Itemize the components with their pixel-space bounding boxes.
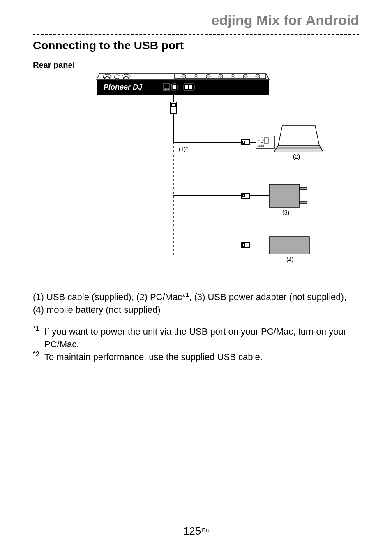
section-title: Connecting to the USB port xyxy=(33,39,359,52)
controller-rear-panel: Pioneer DJ USB xyxy=(97,73,269,95)
svg-text:USB: USB xyxy=(258,144,264,148)
legend-paragraph: (1) USB cable (supplied), (2) PC/Mac*1, … xyxy=(33,290,359,316)
footnote-1-text: If you want to power the unit via the US… xyxy=(44,326,346,349)
svg-rect-54 xyxy=(300,201,307,204)
svg-rect-55 xyxy=(269,237,309,254)
footnote-2-text: To maintain performance, use the supplie… xyxy=(44,352,263,362)
page-lang: En xyxy=(202,527,209,533)
svg-rect-27 xyxy=(173,85,176,89)
brand-text: Pioneer DJ xyxy=(104,83,143,91)
svg-rect-29 xyxy=(185,85,188,89)
label-2: (2) xyxy=(293,153,300,160)
branch-adapter xyxy=(173,193,269,198)
callout-1: (1)*2 xyxy=(179,146,189,152)
footnote-2-marker: *2 xyxy=(33,349,39,359)
mobile-battery-icon: (4) xyxy=(269,237,309,263)
legend-sup: 1 xyxy=(186,291,189,298)
label-4: (4) xyxy=(286,256,293,263)
svg-text:USB: USB xyxy=(164,88,169,90)
rule-solid xyxy=(33,32,359,32)
svg-rect-8 xyxy=(175,74,266,79)
diagram-svg: Pioneer DJ USB xyxy=(65,72,327,278)
power-adapter-icon: (3) xyxy=(269,184,307,216)
svg-marker-47 xyxy=(278,126,319,145)
footnote-1-marker: *1 xyxy=(33,324,39,333)
branch-battery xyxy=(173,242,269,247)
footnote-1: *1 If you want to power the unit via the… xyxy=(33,325,359,351)
footnote-2: *2 To maintain performance, use the supp… xyxy=(33,351,359,364)
legend-part1: (1) USB cable (supplied), (2) PC/Mac* xyxy=(33,292,186,302)
svg-text:(1)*2: (1)*2 xyxy=(179,146,189,152)
svg-rect-32 xyxy=(171,104,175,107)
chapter-title: edjing Mix for Android xyxy=(33,12,359,28)
subheading: Rear panel xyxy=(33,60,359,70)
page-number: 125En xyxy=(0,525,392,538)
svg-point-4 xyxy=(114,75,120,79)
svg-rect-30 xyxy=(189,85,192,89)
rule-dashed xyxy=(33,34,359,35)
page-number-value: 125 xyxy=(183,525,201,537)
label-3: (3) xyxy=(282,209,289,216)
connection-diagram: Pioneer DJ USB xyxy=(65,72,327,278)
usb-cable xyxy=(171,95,256,145)
svg-rect-52 xyxy=(269,184,300,207)
laptop-icon: USB (2) xyxy=(256,126,323,160)
svg-rect-53 xyxy=(300,187,307,190)
